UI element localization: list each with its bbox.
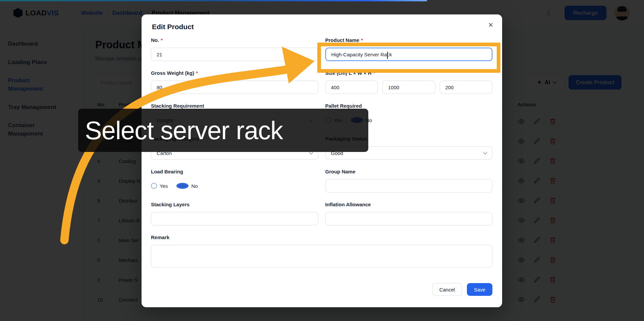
field-gross-weight: Gross Weight (kg)*	[151, 70, 318, 94]
inflation-allowance-input[interactable]	[325, 212, 493, 225]
chevron-down-icon	[483, 150, 487, 155]
product-name-label: Product Name*	[325, 37, 493, 43]
stacking-layers-label: Stacking Layers	[151, 202, 318, 207]
product-name-input[interactable]	[325, 48, 493, 61]
required-asterisk: *	[161, 37, 163, 43]
remark-textarea[interactable]	[151, 245, 492, 268]
gross-weight-label: Gross Weight (kg)*	[151, 70, 318, 76]
field-stacking-layers: Stacking Layers	[151, 202, 318, 225]
inflation-allowance-label: Inflation Allowance	[325, 202, 493, 207]
annotation-text: Select server rack	[85, 116, 283, 145]
required-asterisk: *	[361, 37, 363, 43]
load-bearing-yes-radio[interactable]: Yes	[151, 183, 168, 189]
size-height-input[interactable]	[440, 81, 493, 94]
save-button[interactable]: Save	[467, 283, 492, 296]
size-width-input[interactable]	[382, 81, 435, 94]
modal-title: Edit Product	[152, 23, 194, 31]
load-bearing-no-radio[interactable]: No	[176, 183, 198, 189]
field-inflation-allowance: Inflation Allowance	[325, 202, 493, 225]
field-product-name: Product Name*	[325, 37, 493, 61]
gross-weight-input[interactable]	[151, 81, 318, 94]
stacking-requirement-label: Stacking Requirement	[151, 103, 318, 109]
radio-selected-icon	[176, 183, 189, 189]
load-bearing-label: Load Bearing	[151, 169, 318, 174]
field-no: No.*	[151, 37, 318, 61]
radio-unselected-icon	[151, 183, 157, 189]
field-group-name: Group Name	[325, 169, 493, 193]
no-input[interactable]	[151, 48, 318, 61]
field-size: Size (cm) L × W × H*	[325, 70, 493, 94]
stacking-layers-input[interactable]	[151, 212, 318, 225]
cancel-button[interactable]: Cancel	[432, 283, 462, 296]
group-name-label: Group Name	[325, 169, 493, 174]
pallet-required-label: Pallet Required	[325, 103, 493, 109]
size-length-input[interactable]	[325, 81, 378, 94]
field-load-bearing: Load Bearing Yes No	[151, 169, 318, 193]
annotation-callout: Select server rack	[78, 109, 368, 152]
no-label: No.*	[151, 37, 318, 43]
required-asterisk: *	[196, 70, 198, 76]
field-remark: Remark	[151, 234, 492, 269]
close-icon[interactable]: ✕	[488, 21, 493, 29]
page-loading-progress-bar	[0, 0, 427, 1]
edit-product-modal: Edit Product ✕ No.* Product Name* Gross …	[142, 14, 502, 307]
remark-label: Remark	[151, 234, 492, 240]
text-cursor	[387, 52, 388, 59]
group-name-input[interactable]	[325, 179, 493, 193]
